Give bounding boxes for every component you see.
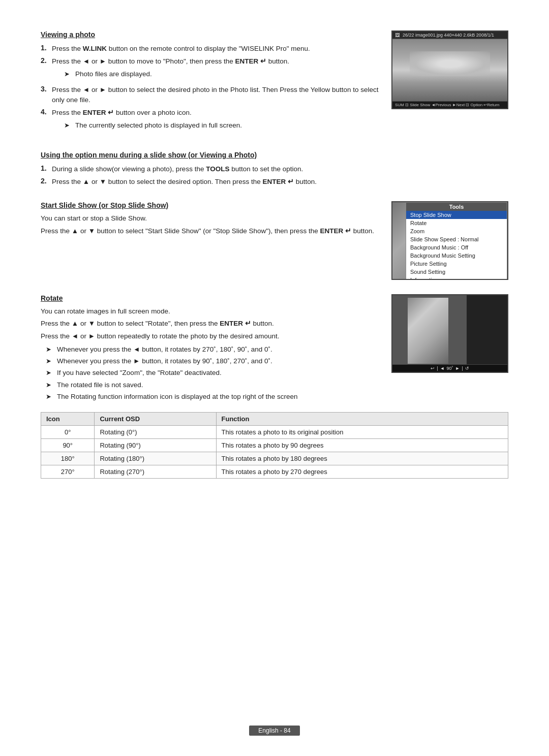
slideshow-desc: You can start or stop a Slide Show. — [41, 214, 381, 222]
tools-menu-item-5: Background Music Setting — [406, 251, 507, 260]
step-num-4: 4. — [41, 108, 52, 134]
table-cell-icon-0: 0° — [41, 426, 95, 439]
table-header-row: Icon Current OSD Function — [41, 413, 508, 426]
arrow-icon-1: ➤ — [64, 69, 73, 79]
tv-rotated-photo — [408, 298, 448, 364]
rotate-note-text-5: The Rotating function information icon i… — [57, 392, 298, 402]
tv-image-area — [392, 39, 507, 101]
viewing-step-1: 1. Press the W.LINK button on the remote… — [41, 44, 381, 54]
option-steps: 1. During a slide show(or viewing a phot… — [41, 164, 508, 187]
table-row: 0° Rotating (0°) This rotates a photo to… — [41, 426, 508, 439]
rotate-note-1: ➤ Whenever you press the ◄ button, it ro… — [46, 344, 381, 355]
step-content-1: Press the W.LINK button on the remote co… — [52, 44, 381, 54]
rotate-left-icon: ◄ — [440, 366, 445, 371]
tools-menu-item-4: Background Music : Off — [406, 243, 507, 251]
table-header-osd: Current OSD — [95, 413, 216, 426]
slideshow-title: Start Slide Show (or Stop Slide Show) — [41, 201, 381, 209]
step-content-4: Press the ENTER ↵ button over a photo ic… — [52, 108, 381, 134]
option-step-2: 2. Press the ▲ or ▼ button to select the… — [41, 177, 508, 187]
arrow-icon-r2: ➤ — [46, 356, 55, 366]
section-viewing: Viewing a photo 1. Press the W.LINK butt… — [41, 30, 508, 137]
tools-menu-item-6: Picture Setting — [406, 260, 507, 268]
camera-icon: 🖼 — [395, 33, 400, 38]
enter-keyword-3: ENTER ↵ — [262, 178, 294, 185]
tools-menu-container: Tools Stop Slide Show Rotate Zoom Slide … — [391, 201, 508, 280]
table-cell-osd-1: Rotating (90°) — [95, 439, 216, 452]
rotate-note-5: ➤ The Rotating function information icon… — [46, 392, 381, 402]
rotate-note-2: ➤ Whenever you press the ► button, it ro… — [46, 356, 381, 366]
section-option: Using the option menu during a slide sho… — [41, 151, 508, 187]
viewing-title: Viewing a photo — [41, 30, 381, 39]
page-number: English - 84 — [249, 726, 299, 736]
tools-menu: Tools Stop Slide Show Rotate Zoom Slide … — [406, 202, 507, 280]
step-num-2: 2. — [41, 56, 52, 82]
tv-bottom-bar: SUM ⊡ Slide Show ◄Previous ►Next ⊡ Optio… — [392, 101, 507, 108]
table-cell-func-0: This rotates a photo to its original pos… — [216, 426, 508, 439]
enter-keyword-5: ENTER ↵ — [220, 320, 251, 327]
rotate-notes: ➤ Whenever you press the ◄ button, it ro… — [41, 344, 381, 402]
enter-keyword-4: ENTER ↵ — [320, 227, 351, 235]
tv-top-bar: 🖼 26/22 image001.jpg 440×440 2.6kB 2008/… — [392, 32, 507, 39]
step-2-notes: ➤ Photo files are displayed. — [52, 69, 381, 79]
opt-step-num-1: 1. — [41, 164, 52, 174]
rotate-icon-2: ↺ — [465, 366, 469, 371]
viewing-step-4: 4. Press the ENTER ↵ button over a photo… — [41, 108, 381, 134]
tv-file-info: 26/22 image001.jpg 440×440 2.6kB 2008/1/… — [403, 33, 494, 38]
viewing-content: Viewing a photo 1. Press the W.LINK butt… — [41, 30, 381, 137]
table-cell-icon-2: 180° — [41, 452, 95, 465]
viewing-screenshot-container: 🖼 26/22 image001.jpg 440×440 2.6kB 2008/… — [391, 30, 508, 109]
step-content-2: Press the ◄ or ► button to move to "Phot… — [52, 56, 381, 82]
tools-menu-item-8: Information — [406, 276, 507, 280]
step-4-note-text: The currently selected photo is displaye… — [75, 120, 242, 131]
table-header-function: Function — [216, 413, 508, 426]
step-content-3: Press the ◄ or ► button to select the de… — [52, 85, 381, 106]
arrow-icon-2: ➤ — [64, 120, 73, 131]
rotate-icon-1: ↩ — [431, 366, 435, 371]
viewing-step-2: 2. Press the ◄ or ► button to move to "P… — [41, 56, 381, 82]
table-cell-osd-0: Rotating (0°) — [95, 426, 216, 439]
rotate-note-3: ➤ If you have selected "Zoom", the "Rota… — [46, 368, 381, 378]
tv-clouds-image — [392, 39, 507, 101]
tv-screenshot-rotate: ↩ | ◄ 90˚ ► | ↺ — [391, 294, 508, 373]
arrow-icon-r3: ➤ — [46, 368, 55, 378]
slideshow-content: Start Slide Show (or Stop Slide Show) Yo… — [41, 201, 381, 236]
rotate-right-icon: ► — [455, 366, 460, 371]
table-row: 90° Rotating (90°) This rotates a photo … — [41, 439, 508, 452]
option-title: Using the option menu during a slide sho… — [41, 151, 508, 159]
viewing-step-3: 3. Press the ◄ or ► button to select the… — [41, 85, 381, 106]
opt-step-content-2: Press the ▲ or ▼ button to select the de… — [52, 177, 508, 187]
section-slideshow: Start Slide Show (or Stop Slide Show) Yo… — [41, 201, 508, 280]
table-cell-icon-3: 270° — [41, 465, 95, 479]
tools-menu-item-3: Slide Show Speed : Normal — [406, 235, 507, 243]
step-num-1: 1. — [41, 44, 52, 54]
rotate-note-text-1: Whenever you press the ◄ button, it rota… — [57, 344, 272, 355]
viewing-steps: 1. Press the W.LINK button on the remote… — [41, 44, 381, 134]
step-2-note-1: ➤ Photo files are displayed. — [64, 69, 381, 79]
arrow-icon-r5: ➤ — [46, 392, 55, 402]
rotate-separator-1: | — [437, 366, 438, 371]
tv-screenshot-viewing: 🖼 26/22 image001.jpg 440×440 2.6kB 2008/… — [391, 30, 508, 109]
rotate-note-text-3: If you have selected "Zoom", the "Rotate… — [57, 368, 222, 378]
slideshow-screenshot: Tools Stop Slide Show Rotate Zoom Slide … — [391, 201, 508, 280]
tv-rotate-bottom-bar: ↩ | ◄ 90˚ ► | ↺ — [392, 364, 507, 372]
wlink-keyword: W.LINK — [83, 45, 107, 52]
table-cell-osd-2: Rotating (180°) — [95, 452, 216, 465]
tv-rotate-image-area — [392, 295, 507, 364]
rotate-step1: Press the ▲ or ▼ button to select "Rotat… — [41, 319, 381, 329]
step-4-note-1: ➤ The currently selected photo is displa… — [64, 120, 381, 131]
rotate-note-text-4: The rotated file is not saved. — [57, 380, 143, 390]
table-header-icon: Icon — [41, 413, 95, 426]
table-row: 270° Rotating (270°) This rotates a phot… — [41, 465, 508, 479]
page-footer: English - 84 — [0, 726, 549, 736]
rotation-table: Icon Current OSD Function 0° Rotating (0… — [41, 412, 508, 479]
table-row: 180° Rotating (180°) This rotates a phot… — [41, 452, 508, 465]
tools-keyword: TOOLS — [206, 165, 229, 173]
step-2-note-text: Photo files are displayed. — [75, 69, 152, 79]
rotate-content: Rotate You can rotate images in full scr… — [41, 294, 381, 405]
table-cell-func-2: This rotates a photo by 180 degrees — [216, 452, 508, 465]
rotate-separator-2: | — [462, 366, 463, 371]
arrow-icon-r1: ➤ — [46, 344, 55, 355]
opt-step-num-2: 2. — [41, 177, 52, 187]
rotate-title: Rotate — [41, 294, 381, 302]
opt-step-content-1: During a slide show(or viewing a photo),… — [52, 164, 508, 174]
